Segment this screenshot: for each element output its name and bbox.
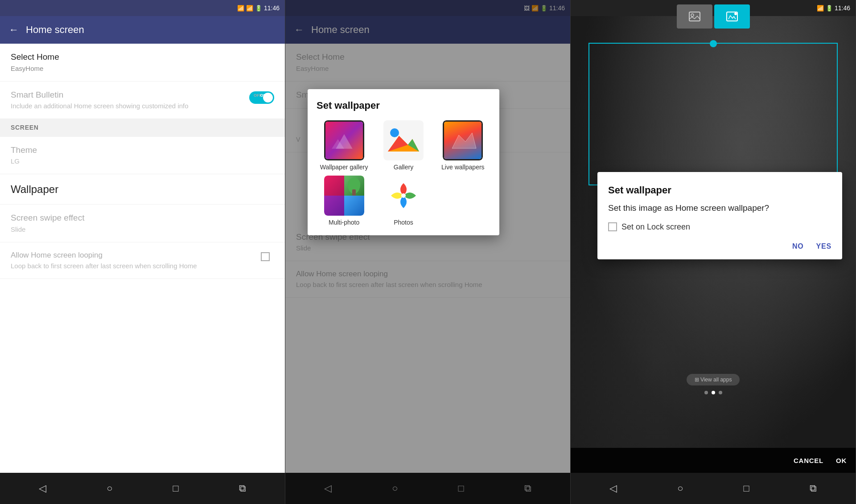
nav-extra-3[interactable]: ⧉ (810, 483, 817, 494)
status-icons-3: 📶 🔋 11:46 (817, 4, 850, 12)
setting-label-theme: Theme (11, 145, 274, 156)
status-bar-1: 📶 📶 🔋 11:46 (0, 0, 285, 16)
dialog-title: Set wallpaper (317, 100, 490, 111)
setting-label-home-looping: Allow Home screen looping (11, 250, 197, 260)
setting-sublabel-smart-bulletin: Include an additional Home screen showin… (11, 101, 242, 111)
cancel-button-3[interactable]: CANCEL (794, 457, 823, 464)
time-3: 11:46 (835, 4, 850, 12)
tab-row-3 (677, 4, 750, 29)
setting-sublabel-theme: LG (11, 156, 274, 166)
ok-button-3[interactable]: OK (836, 457, 847, 464)
yes-button[interactable]: YES (816, 241, 831, 252)
photos-icon (383, 176, 424, 216)
setting-theme[interactable]: Theme LG (0, 137, 285, 175)
battery-icon: 🔋 (255, 5, 262, 12)
crop-border (588, 43, 838, 185)
setting-label-screen-swipe: Screen swipe effect (11, 213, 274, 224)
option-wallpaper-gallery[interactable]: Wallpaper gallery (317, 120, 371, 171)
section-label-screen: SCREEN (11, 123, 274, 131)
svg-point-7 (390, 128, 399, 137)
no-button[interactable]: NO (792, 241, 804, 252)
status-icons-1: 📶 📶 🔋 11:46 (237, 4, 280, 12)
battery-icon-3: 🔋 (826, 5, 833, 12)
panel-1: 📶 📶 🔋 11:46 ← Home screen Select Home Ea… (0, 0, 285, 504)
section-header-screen: SCREEN (0, 119, 285, 136)
nav-bar-1: ◁ ○ □ ⧉ (0, 473, 285, 504)
toggle-smart-bulletin[interactable]: OFF ON (249, 90, 274, 104)
setting-screen-swipe[interactable]: Screen swipe effect Slide (0, 205, 285, 242)
multi-photo-icon (324, 176, 364, 216)
panel-3: 📶 🔋 11:46 (571, 0, 856, 504)
checkbox-home-looping[interactable] (261, 252, 270, 261)
toggle-button-smart-bulletin[interactable]: OFF ON (249, 91, 274, 104)
tab-home-3[interactable] (677, 4, 712, 29)
toggle-on-label: ON (260, 93, 267, 98)
dialog-buttons: NO YES (608, 241, 831, 252)
option-multi-photo[interactable]: Multi-photo (317, 176, 371, 226)
dot-2 (712, 391, 715, 394)
nav-back-1[interactable]: ◁ (39, 483, 46, 494)
option-label-multi-photo: Multi-photo (329, 218, 359, 226)
option-label-gallery: Gallery (394, 163, 413, 171)
option-label-live-wallpapers: Live wallpapers (441, 163, 485, 171)
wallpaper-options-grid: Wallpaper gallery Gallery (317, 120, 490, 226)
option-gallery[interactable]: Gallery (376, 120, 431, 171)
nav-recent-3[interactable]: □ (743, 483, 749, 494)
setting-label-smart-bulletin: Smart Bulletin (11, 90, 242, 101)
setting-wallpaper[interactable]: Wallpaper (0, 174, 285, 205)
dot-1 (704, 391, 708, 394)
view-all-button[interactable]: ⊞ View all apps (687, 374, 740, 385)
set-dialog-body: Set this image as Home screen wallpaper? (608, 202, 831, 214)
back-button-1[interactable]: ← (9, 24, 19, 36)
wallpaper-gallery-icon (324, 120, 364, 160)
nav-home-3[interactable]: ○ (677, 483, 683, 494)
setting-label-select-home: Select Home (11, 52, 274, 63)
page-title-1: Home screen (26, 24, 84, 36)
option-label-photos: Photos (394, 218, 413, 226)
setting-label-wallpaper: Wallpaper (11, 182, 274, 196)
lock-screen-checkbox-row[interactable]: Set on Lock screen (608, 222, 831, 232)
lock-screen-label: Set on Lock screen (621, 222, 690, 232)
nav-back-3[interactable]: ◁ (609, 483, 617, 494)
option-photos[interactable]: Photos (376, 176, 431, 226)
svg-point-9 (401, 193, 406, 198)
wallpaper-preview: ⊞ View all apps Set wallpaper Set this i… (571, 16, 856, 448)
lock-screen-checkbox[interactable] (608, 222, 617, 231)
tab-live-3[interactable] (714, 4, 750, 29)
action-bar-3: CANCEL OK (571, 448, 856, 473)
setting-home-looping[interactable]: Allow Home screen looping Loop back to f… (0, 242, 285, 279)
dot-3 (719, 391, 722, 394)
option-label-wallpaper-gallery: Wallpaper gallery (320, 163, 368, 171)
setting-sublabel-home-looping: Loop back to first screen after last scr… (11, 261, 197, 270)
wallpaper-dialog: Set wallpaper Wallpaper gallery (308, 89, 499, 235)
wifi-icon: 📶 (237, 5, 244, 12)
time-1: 11:46 (264, 4, 280, 12)
gallery-icon (383, 120, 424, 160)
signal-icon: 📶 (246, 5, 253, 12)
set-wallpaper-dialog: Set wallpaper Set this image as Home scr… (597, 172, 842, 259)
nav-extra-1[interactable]: ⧉ (239, 483, 246, 494)
nav-home-1[interactable]: ○ (107, 483, 112, 494)
set-dialog-title: Set wallpaper (608, 184, 831, 196)
crop-handle-top[interactable] (710, 40, 717, 47)
nav-recent-1[interactable]: □ (173, 483, 178, 494)
panel-2: 🖼 📶 🔋 11:46 ← Home screen Select Home Ea… (285, 0, 571, 504)
setting-sublabel-screen-swipe: Slide (11, 225, 274, 234)
wifi-icon-3: 📶 (817, 5, 824, 12)
setting-sublabel-select-home: EasyHome (11, 64, 274, 73)
live-wallpapers-icon (443, 120, 483, 160)
settings-list-1: Select Home EasyHome Smart Bulletin Incl… (0, 44, 285, 473)
svg-point-11 (691, 14, 694, 16)
setting-smart-bulletin[interactable]: Smart Bulletin Include an additional Hom… (0, 82, 285, 119)
svg-point-13 (734, 12, 737, 15)
option-live-wallpapers[interactable]: Live wallpapers (436, 120, 490, 171)
apps-row: ⊞ View all apps (571, 374, 856, 385)
header-1: ← Home screen (0, 16, 285, 44)
nav-bar-3: ◁ ○ □ ⧉ (571, 473, 856, 504)
page-dots (571, 391, 856, 394)
svg-rect-10 (689, 12, 700, 21)
dimmer-overlay (285, 0, 570, 504)
svg-marker-8 (452, 133, 476, 148)
setting-select-home[interactable]: Select Home EasyHome (0, 44, 285, 82)
